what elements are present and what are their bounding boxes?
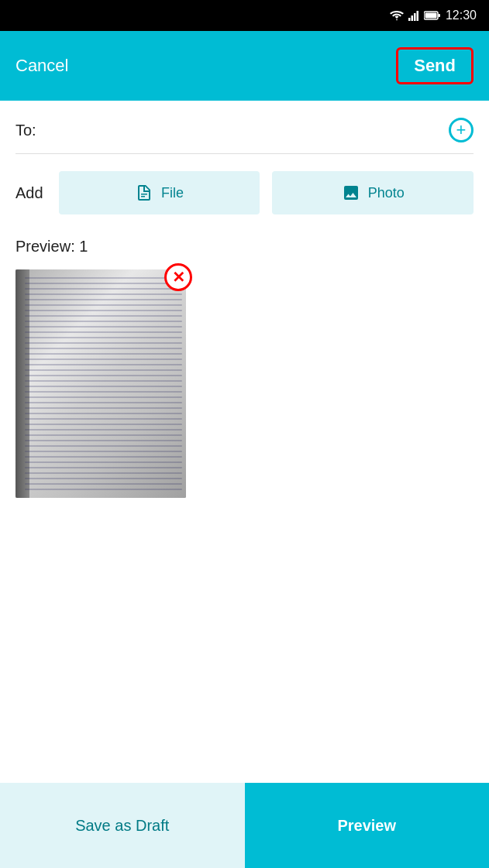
to-row: To: + xyxy=(15,101,474,154)
photo-icon xyxy=(342,184,360,202)
book-line xyxy=(25,293,182,295)
book-line xyxy=(25,407,182,409)
content-area: To: + Add File Photo Preview: 1 xyxy=(0,101,489,501)
book-line xyxy=(25,429,182,431)
svg-point-9 xyxy=(347,189,350,191)
book-line xyxy=(25,315,182,317)
book-line xyxy=(25,304,182,306)
svg-rect-3 xyxy=(416,11,418,21)
svg-rect-1 xyxy=(411,15,413,21)
remove-icon: ✕ xyxy=(164,263,192,291)
send-button[interactable]: Send xyxy=(396,47,474,84)
book-line xyxy=(25,434,182,436)
preview-image xyxy=(15,269,186,498)
svg-rect-2 xyxy=(414,13,416,21)
add-recipient-button[interactable]: + xyxy=(449,118,474,142)
status-icons: 12:30 xyxy=(390,9,477,22)
preview-button[interactable]: Preview xyxy=(245,783,490,868)
book-line xyxy=(25,461,182,463)
preview-container: ✕ xyxy=(15,269,186,498)
svg-rect-0 xyxy=(408,18,411,21)
book-line xyxy=(25,331,182,333)
book-line xyxy=(25,472,182,474)
add-label: Add xyxy=(15,184,43,202)
book-line xyxy=(25,391,182,393)
book-line xyxy=(25,396,182,398)
remove-attachment-button[interactable]: ✕ xyxy=(163,262,194,293)
add-file-button[interactable]: File xyxy=(59,171,260,214)
book-line xyxy=(25,375,182,376)
book-line xyxy=(25,283,182,284)
book-line xyxy=(25,445,182,447)
book-line xyxy=(25,326,182,328)
book-line xyxy=(25,369,182,371)
book-line xyxy=(25,424,182,425)
svg-rect-6 xyxy=(438,14,440,17)
book-line xyxy=(25,277,182,279)
svg-rect-7 xyxy=(141,194,147,195)
book-line xyxy=(25,440,182,441)
book-line xyxy=(25,451,182,452)
book-line xyxy=(25,359,182,360)
plus-circle-icon: + xyxy=(449,118,474,142)
to-label: To: xyxy=(15,122,36,139)
book-line xyxy=(25,478,182,479)
preview-count-label: Preview: 1 xyxy=(15,232,474,269)
book-page xyxy=(15,269,186,498)
svg-rect-8 xyxy=(141,196,145,197)
add-photo-button[interactable]: Photo xyxy=(272,171,474,214)
svg-rect-5 xyxy=(425,13,436,19)
cancel-button[interactable]: Cancel xyxy=(15,50,68,82)
book-line xyxy=(25,337,182,338)
book-line xyxy=(25,342,182,344)
wifi-icon xyxy=(390,10,404,21)
status-bar: 12:30 xyxy=(0,0,489,31)
book-line xyxy=(25,321,182,322)
book-lines xyxy=(25,277,182,490)
book-line xyxy=(25,413,182,414)
book-line xyxy=(25,299,182,300)
battery-icon xyxy=(424,11,441,20)
app-bar: Cancel Send xyxy=(0,31,489,101)
book-line xyxy=(25,483,182,485)
book-line xyxy=(25,364,182,365)
photo-button-label: Photo xyxy=(368,185,405,201)
book-line xyxy=(25,348,182,349)
signal-icon xyxy=(408,10,419,21)
file-button-label: File xyxy=(161,185,184,201)
book-line xyxy=(25,418,182,420)
status-time: 12:30 xyxy=(446,9,477,22)
book-line xyxy=(25,353,182,355)
book-line xyxy=(25,386,182,387)
add-row: Add File Photo xyxy=(15,154,474,232)
file-icon xyxy=(135,184,153,202)
book-line xyxy=(25,288,182,290)
bottom-bar: Save as Draft Preview xyxy=(0,783,489,868)
book-line xyxy=(25,310,182,311)
book-line xyxy=(25,402,182,403)
save-draft-button[interactable]: Save as Draft xyxy=(0,783,245,868)
book-line xyxy=(25,380,182,382)
book-line xyxy=(25,456,182,458)
book-line xyxy=(25,489,182,490)
book-line xyxy=(25,467,182,468)
